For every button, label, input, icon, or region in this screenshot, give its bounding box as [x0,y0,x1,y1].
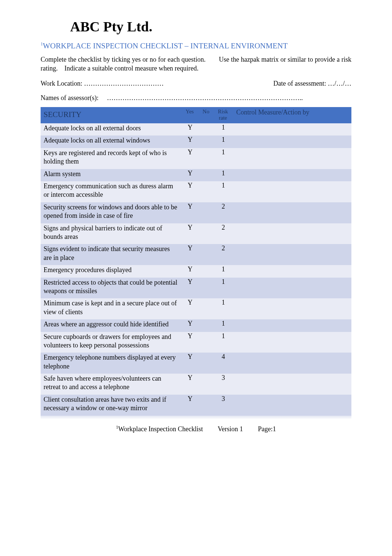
yes-cell[interactable]: Y [181,148,199,169]
risk-rate-cell[interactable]: 1 [213,169,233,181]
risk-rate-cell[interactable]: 1 [213,332,233,353]
no-cell[interactable] [199,169,213,181]
table-row: Areas where an aggressor could hide iden… [41,319,351,332]
table-row: Security screens for windows and doors a… [41,202,351,223]
work-location-field[interactable]: Work Location: ……………………………… [41,80,164,87]
question-cell: Security screens for windows and doors a… [41,202,181,223]
question-cell: Emergency procedures displayed [41,265,181,277]
yes-cell[interactable]: Y [181,332,199,353]
table-row: Emergency communication such as duress a… [41,181,351,202]
date-field[interactable]: Date of assessment: …/…/… [274,80,351,87]
question-cell: Emergency communication such as duress a… [41,181,181,202]
yes-cell[interactable]: Y [181,169,199,181]
no-cell[interactable] [199,135,213,148]
yes-cell[interactable]: Y [181,181,199,202]
yes-cell[interactable]: Y [181,135,199,148]
no-cell[interactable] [199,332,213,353]
control-cell[interactable] [233,298,351,319]
no-cell[interactable] [199,223,213,244]
risk-rate-cell[interactable]: 1 [213,298,233,319]
form-fields: Work Location: ……………………………… Date of asse… [41,80,351,102]
header-risk-l2: rate [219,115,227,121]
footer-page: Page:1 [258,425,276,433]
yes-cell[interactable]: Y [181,123,199,135]
intro-text: Complete the checklist by ticking yes or… [41,55,351,73]
table-row: Adequate locks on all external doorsY1 [41,123,351,135]
control-cell[interactable] [233,353,351,374]
control-cell[interactable] [233,319,351,332]
assessors-field[interactable]: Names of assessor(s): ………………………………………………… [41,94,303,102]
yes-cell[interactable]: Y [181,319,199,332]
risk-rate-cell[interactable]: 2 [213,223,233,244]
control-cell[interactable] [233,332,351,353]
header-risk-rate: Risk rate [213,107,233,124]
question-cell: Areas where an aggressor could hide iden… [41,319,181,332]
table-row: Adequate locks on all external windowsY1 [41,135,351,148]
table-body: Adequate locks on all external doorsY1Ad… [41,123,351,416]
no-cell[interactable] [199,395,213,416]
control-cell[interactable] [233,395,351,416]
control-cell[interactable] [233,244,351,265]
control-cell[interactable] [233,181,351,202]
section-title-text: WORKPLACE INSPECTION CHECKLIST – INTERNA… [43,41,288,50]
risk-rate-cell[interactable]: 1 [213,319,233,332]
table-header-row: SECURITY Yes No Risk rate Control Measur… [41,107,351,124]
no-cell[interactable] [199,123,213,135]
company-title: ABC Pty Ltd. [70,18,351,35]
no-cell[interactable] [199,265,213,277]
no-cell[interactable] [199,298,213,319]
control-cell[interactable] [233,223,351,244]
yes-cell[interactable]: Y [181,395,199,416]
control-cell[interactable] [233,374,351,395]
no-cell[interactable] [199,353,213,374]
yes-cell[interactable]: Y [181,223,199,244]
no-cell[interactable] [199,244,213,265]
yes-cell[interactable]: Y [181,265,199,277]
table-row: Emergency procedures displayedY1 [41,265,351,277]
header-no: No [199,107,213,124]
risk-rate-cell[interactable]: 4 [213,353,233,374]
risk-rate-cell[interactable]: 2 [213,244,233,265]
control-cell[interactable] [233,123,351,135]
risk-rate-cell[interactable]: 1 [213,278,233,299]
yes-cell[interactable]: Y [181,202,199,223]
control-cell[interactable] [233,265,351,277]
no-cell[interactable] [199,148,213,169]
risk-rate-cell[interactable]: 1 [213,148,233,169]
table-row: Signs evident to indicate that security … [41,244,351,265]
no-cell[interactable] [199,319,213,332]
control-cell[interactable] [233,169,351,181]
checklist-table: SECURITY Yes No Risk rate Control Measur… [41,107,351,416]
question-cell: Keys are registered and records kept of … [41,148,181,169]
control-cell[interactable] [233,148,351,169]
question-cell: Secure cupboards or drawers for employee… [41,332,181,353]
table-row: Keys are registered and records kept of … [41,148,351,169]
header-risk-l1: Risk [218,109,228,114]
no-cell[interactable] [199,181,213,202]
risk-rate-cell[interactable]: 1 [213,123,233,135]
question-cell: Restricted access to objects that could … [41,278,181,299]
control-cell[interactable] [233,278,351,299]
control-cell[interactable] [233,202,351,223]
question-cell: Emergency telephone numbers displayed at… [41,353,181,374]
yes-cell[interactable]: Y [181,298,199,319]
yes-cell[interactable]: Y [181,278,199,299]
table-row: Client consultation areas have two exits… [41,395,351,416]
question-cell: Adequate locks on all external windows [41,135,181,148]
risk-rate-cell[interactable]: 1 [213,135,233,148]
footer-version: Version 1 [218,425,243,433]
header-category: SECURITY [41,107,181,124]
yes-cell[interactable]: Y [181,244,199,265]
risk-rate-cell[interactable]: 3 [213,395,233,416]
control-cell[interactable] [233,135,351,148]
no-cell[interactable] [199,374,213,395]
risk-rate-cell[interactable]: 1 [213,181,233,202]
risk-rate-cell[interactable]: 2 [213,202,233,223]
yes-cell[interactable]: Y [181,353,199,374]
risk-rate-cell[interactable]: 1 [213,265,233,277]
no-cell[interactable] [199,202,213,223]
question-cell: Adequate locks on all external doors [41,123,181,135]
risk-rate-cell[interactable]: 3 [213,374,233,395]
yes-cell[interactable]: Y [181,374,199,395]
no-cell[interactable] [199,278,213,299]
